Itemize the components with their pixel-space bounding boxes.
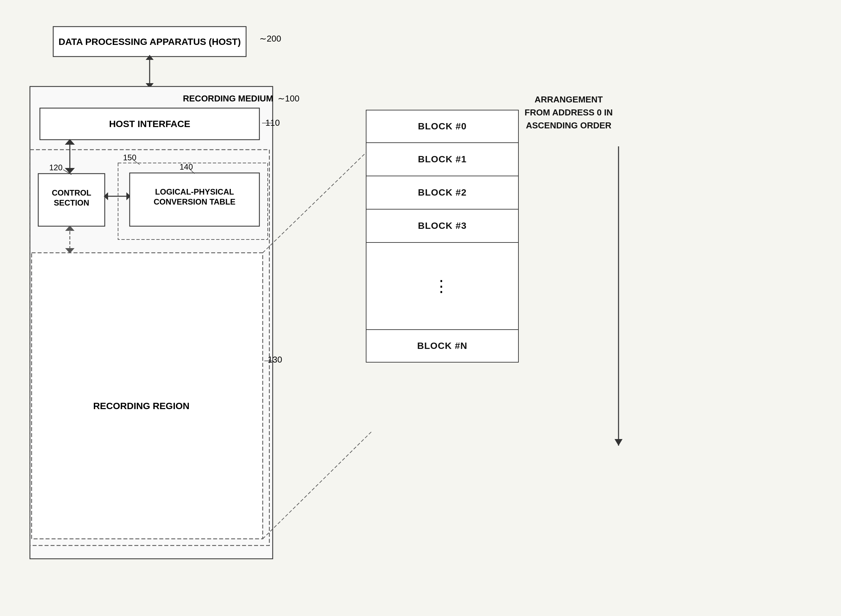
lpt-label-2: CONVERSION TABLE — [154, 197, 236, 206]
svg-rect-18 — [130, 173, 259, 226]
svg-marker-22 — [65, 248, 75, 254]
svg-rect-11 — [38, 174, 105, 226]
svg-line-17 — [133, 160, 140, 165]
block-0: BLOCK #0 — [366, 110, 519, 143]
svg-line-26 — [263, 431, 372, 539]
host-interface-label: HOST INTERFACE — [109, 119, 190, 129]
svg-rect-7 — [30, 150, 270, 546]
svg-marker-14 — [104, 192, 108, 200]
svg-rect-4 — [30, 87, 273, 559]
svg-rect-23 — [32, 253, 263, 539]
host-label: DATA PROCESSING APPARATUS (HOST) — [59, 37, 241, 47]
block-3: BLOCK #3 — [366, 210, 519, 243]
ref-150: 150 — [123, 153, 136, 162]
svg-rect-5 — [40, 108, 259, 140]
svg-marker-10 — [65, 168, 75, 174]
rm-label: RECORDING MEDIUM — [183, 94, 273, 103]
ref-110: 110 — [265, 118, 280, 128]
svg-line-25 — [263, 146, 372, 253]
svg-marker-28 — [615, 439, 623, 446]
cs-label-1: CONTROL — [52, 188, 91, 197]
svg-marker-3 — [146, 83, 154, 88]
svg-marker-21 — [65, 226, 75, 231]
svg-line-12 — [63, 170, 72, 175]
block-ellipsis: ⋮ — [366, 243, 519, 329]
svg-line-19 — [189, 169, 195, 174]
arrangement-label: ARRANGEMENTFROM ADDRESS 0 INASCENDING OR… — [519, 93, 618, 132]
block-2: BLOCK #2 — [366, 176, 519, 210]
block-n: BLOCK #N — [366, 329, 519, 362]
svg-marker-2 — [146, 55, 154, 60]
svg-rect-0 — [53, 26, 246, 57]
cs-label-2: SECTION — [54, 198, 89, 207]
svg-marker-9 — [65, 139, 75, 145]
svg-rect-16 — [118, 163, 268, 239]
lpt-label-1: LOGICAL-PHYSICAL — [155, 187, 234, 196]
ref-120: 120 — [49, 163, 63, 172]
ref-100: ∼100 — [278, 94, 299, 103]
block-1: BLOCK #1 — [366, 143, 519, 176]
ref-140: 140 — [180, 162, 193, 171]
rr-label: RECORDING REGION — [93, 401, 189, 411]
svg-marker-15 — [126, 192, 131, 200]
ref-130: 130 — [268, 355, 282, 365]
ref-200: ∼200 — [259, 34, 281, 44]
